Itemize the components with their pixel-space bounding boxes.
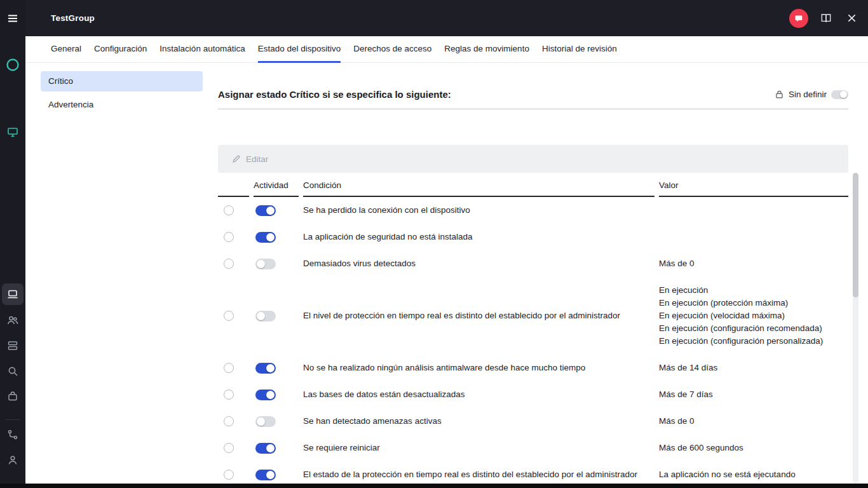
heading-divider (218, 109, 848, 109)
table-row[interactable]: Se ha perdido la conexión con el disposi… (218, 197, 848, 224)
menu-icon[interactable] (0, 11, 25, 26)
edit-button[interactable]: Editar (246, 154, 268, 164)
activity-toggle[interactable] (255, 416, 276, 427)
row-select-radio[interactable] (224, 311, 234, 321)
pencil-icon (232, 154, 241, 163)
activity-toggle[interactable] (255, 470, 276, 480)
table-row[interactable]: La aplicación de seguridad no está insta… (218, 224, 848, 250)
monitoring-icon[interactable] (0, 125, 25, 140)
tab-derechos-de-acceso[interactable]: Derechos de acceso (353, 36, 431, 63)
tab-estado-del-dispositivo[interactable]: Estado del dispositivo (258, 36, 341, 63)
table-body: Se ha perdido la conexión con el disposi… (218, 197, 848, 488)
scrollbar-thumb[interactable] (853, 173, 858, 297)
lock-icon (775, 90, 784, 99)
condition-label: Demasiados virus detectados (303, 257, 659, 270)
condition-label: Se ha perdido la conexión con el disposi… (303, 204, 659, 217)
row-select-radio[interactable] (224, 443, 234, 453)
condition-label: No se ha realizado ningún análisis antim… (303, 362, 659, 374)
condition-label: La aplicación de seguridad no está insta… (303, 231, 659, 243)
row-select-radio[interactable] (224, 390, 234, 400)
activity-toggle[interactable] (255, 363, 276, 374)
lock-toggle-label: Sin definir (789, 90, 827, 99)
condition-label: Se han detectado amenazas activas (303, 415, 659, 428)
row-select-radio[interactable] (224, 259, 234, 269)
group-title: TestGroup (51, 13, 95, 23)
value-cell: Más de 7 días (659, 388, 848, 401)
condition-label: Las bases de datos están desactualizadas (303, 388, 659, 401)
column-header-condicion: Condición (303, 180, 654, 197)
activity-toggle[interactable] (255, 443, 276, 454)
table-row[interactable]: No se ha realizado ningún análisis antim… (218, 355, 848, 381)
row-select-radio[interactable] (224, 416, 234, 426)
search-icon[interactable] (0, 363, 25, 379)
edit-toolbar: Editar (218, 145, 848, 173)
activity-toggle[interactable] (255, 390, 276, 400)
row-select-radio[interactable] (224, 205, 234, 215)
users-icon[interactable] (0, 313, 25, 328)
column-header-select (218, 190, 249, 197)
table-row[interactable]: Se requiere reiniciarMás de 600 segundos (218, 435, 848, 461)
activity-toggle[interactable] (255, 311, 276, 322)
table-row[interactable]: Las bases de datos están desactualizadas… (218, 381, 848, 408)
row-select-radio[interactable] (224, 232, 234, 242)
row-select-radio[interactable] (224, 470, 234, 480)
feedback-icon[interactable] (789, 9, 808, 28)
value-cell: Más de 14 días (659, 362, 848, 374)
table-header: ActividadCondiciónValor (218, 178, 848, 197)
tab-instalacion-automatica[interactable]: Instalación automática (159, 36, 245, 63)
licenses-icon[interactable] (0, 389, 25, 404)
tab-bar: GeneralConfiguraciónInstalación automáti… (25, 36, 868, 63)
close-icon[interactable] (844, 11, 859, 26)
sidebar-divider (6, 419, 20, 420)
value-cell: Más de 0 (659, 257, 848, 270)
bottom-strip (0, 484, 868, 488)
app-sidebar (0, 0, 25, 488)
devices-icon[interactable] (2, 283, 24, 305)
table-row[interactable]: Demasiados virus detectadosMás de 0 (218, 250, 848, 277)
servers-icon[interactable] (0, 338, 25, 353)
value-cell: La aplicación no se está ejecutando (659, 468, 848, 481)
status-nav: CríticoAdvertencia (25, 63, 218, 488)
conditions-table: ActividadCondiciónValor Se ha perdido la… (218, 178, 848, 488)
status-nav-item-critico[interactable]: Crítico (41, 71, 203, 92)
lock-toggle[interactable] (831, 90, 848, 99)
operations-icon[interactable] (0, 427, 25, 442)
value-cell: En ejecuciónEn ejecución (protección máx… (659, 284, 848, 348)
vertical-scrollbar[interactable] (853, 173, 858, 484)
tab-general[interactable]: General (51, 36, 81, 63)
value-cell: Más de 0 (659, 415, 848, 428)
row-select-radio[interactable] (224, 363, 234, 373)
condition-label: El nivel de protección en tiempo real es… (303, 309, 659, 322)
column-header-valor: Valor (659, 180, 848, 197)
status-nav-item-advertencia[interactable]: Advertencia (41, 95, 203, 115)
manual-icon[interactable] (818, 11, 834, 26)
activity-toggle[interactable] (255, 232, 276, 243)
table-row[interactable]: El nivel de protección en tiempo real es… (218, 277, 848, 355)
value-cell: Más de 600 segundos (659, 442, 848, 454)
condition-label: El estado de la protección en tiempo rea… (303, 468, 659, 481)
activity-toggle[interactable] (255, 259, 276, 269)
column-header-actividad: Actividad (254, 180, 299, 197)
logo-ring-icon (0, 57, 25, 72)
activity-toggle[interactable] (255, 205, 276, 216)
table-row[interactable]: Se han detectado amenazas activasMás de … (218, 408, 848, 435)
condition-label: Se requiere reiniciar (303, 442, 659, 454)
tab-reglas-de-movimiento[interactable]: Reglas de movimiento (444, 36, 529, 63)
account-icon[interactable] (0, 452, 25, 468)
tab-configuracion[interactable]: Configuración (94, 36, 147, 63)
window-header: TestGroup (25, 0, 868, 36)
tab-historial-de-revision[interactable]: Historial de revisión (542, 36, 617, 63)
page-heading: Asignar estado Crítico si se especifica … (218, 89, 451, 100)
